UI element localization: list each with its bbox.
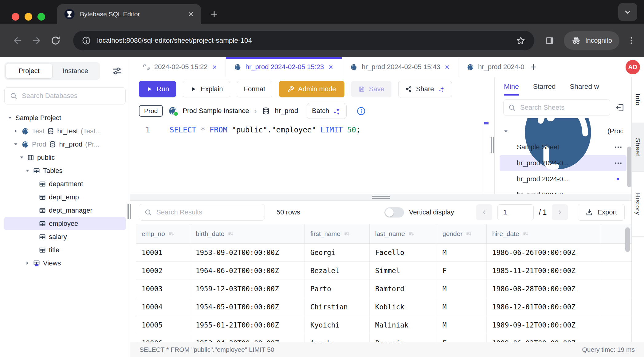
format-button[interactable]: Format [237,81,273,97]
browser-menu-icon[interactable] [627,36,636,45]
sheet-item[interactable]: (Prod) hr_prod [500,123,626,139]
table-scrollbar-thumb[interactable] [625,227,630,252]
sidebar-tab-project[interactable]: Project [6,64,52,78]
sheet-search-input[interactable] [520,103,606,112]
results-search-input[interactable] [156,208,260,217]
table-row[interactable]: 100031959-12-03T00:00:00ZPartoBamfordM19… [136,280,631,298]
reload-icon[interactable] [50,35,61,46]
database-name[interactable]: hr_prod [275,107,298,115]
table-row[interactable]: 100011953-09-02T00:00:00ZGeorgiFacelloM1… [136,244,631,262]
address-bar[interactable]: localhost:8080/sql-editor/sheet/project-… [73,31,534,50]
tree-item[interactable]: employee [4,217,126,230]
batch-button[interactable]: Batch [307,103,346,119]
environment-chip[interactable]: Prod [139,105,163,117]
side-tab-history[interactable]: History [632,172,644,237]
sheet-item-label: hr_prod 2024-0... [517,175,612,183]
executed-query-text: SELECT * FROM "public"."employee" LIMIT … [139,346,274,353]
site-info-icon[interactable] [82,36,91,45]
table-row[interactable]: 100061953-04-20T00:00:00ZAnnekePreusigF1… [136,334,631,342]
results-search[interactable] [139,204,265,221]
sheet-panel-resize-handle[interactable] [491,137,494,153]
sidebar-tab-instance[interactable]: Instance [52,64,99,78]
close-tab-icon[interactable] [328,64,334,70]
column-header[interactable]: last_name [370,224,437,243]
sidebar-tab-switch: ProjectInstance [4,62,100,80]
tree-item[interactable]: dept_emp [4,190,126,204]
new-browser-tab-button[interactable] [210,10,219,19]
ai-sparkles-icon[interactable] [438,86,445,92]
run-button[interactable]: Run [139,81,176,97]
results-resize-handle[interactable] [372,196,390,199]
save-button[interactable]: Save [351,81,391,97]
sheet-tab-mine[interactable]: Mine [504,79,519,96]
column-header[interactable]: emp_no [136,224,190,243]
table-row[interactable]: 100021964-06-02T00:00:00ZBezalelSimmelF1… [136,262,631,280]
close-tab-icon[interactable] [187,11,194,18]
tree-item[interactable]: title [4,243,126,257]
side-panel-icon[interactable] [545,36,555,45]
sql-editor[interactable]: 1 SELECT * FROM "public"."employee" LIMI… [130,121,489,194]
sheet-search[interactable] [503,99,610,116]
table-cell-filler [600,316,631,334]
instance-name[interactable]: Prod Sample Instance [183,107,249,115]
tree-item[interactable]: department [4,177,126,190]
sheet-scrollbar-thumb[interactable] [627,147,631,187]
editor-tab[interactable]: hr_prod 2024-0 [458,57,524,77]
explain-button[interactable]: Explain [183,81,230,97]
column-header[interactable]: gender [437,224,487,243]
column-header[interactable]: first_name [305,224,370,243]
tree-item[interactable]: public [4,151,126,164]
page-number-input[interactable] [497,204,534,220]
back-icon[interactable] [12,35,23,46]
admin-mode-button[interactable]: Admin mode [279,81,344,97]
tree-item[interactable]: Sample Project [4,111,126,124]
table-row[interactable]: 100041954-05-01T00:00:00ZChirstianKoblic… [136,298,631,316]
tree-item[interactable]: salary [4,230,126,243]
close-window-button[interactable] [12,13,19,21]
sheet-tab-shared-w[interactable]: Shared w [570,79,599,96]
editor-tab[interactable]: hr_prod 2024-02-05 15:23 [226,57,342,77]
close-tab-icon[interactable] [444,64,450,70]
table-row[interactable]: 100051955-01-21T00:00:00ZKyoichiMaliniak… [136,316,631,334]
tree-item[interactable]: Prodhr_prod(Pr... [4,138,126,151]
minimize-window-button[interactable] [25,13,32,21]
editor-scrollbar[interactable] [483,120,489,194]
tree-item[interactable]: dept_manager [4,204,126,217]
next-page-button[interactable] [552,204,568,220]
sheet-item-menu-icon[interactable] [614,143,623,152]
filter-settings-icon[interactable] [112,65,123,76]
tree-item-label: title [49,246,59,254]
tab-search-button[interactable] [618,3,637,21]
share-button[interactable]: Share [398,81,452,97]
avatar[interactable]: AD [626,60,640,74]
maximize-window-button[interactable] [37,13,45,21]
close-tab-icon[interactable] [212,64,218,70]
tree-item[interactable]: Tables [4,164,126,177]
side-tab-sheet[interactable]: Sheet [632,123,644,172]
bookmark-star-icon[interactable] [516,36,526,45]
editor-tab[interactable]: hr_prod 2024-02-05 15:43 [342,57,458,77]
sheet-item-menu-icon[interactable] [614,159,623,168]
prev-page-button[interactable] [476,204,492,220]
column-header[interactable]: hire_date [487,224,600,243]
forward-icon[interactable] [31,35,42,46]
column-header[interactable]: birth_date [190,224,305,243]
editor-tab[interactable]: 2024-02-05 15:22 [135,57,226,77]
right-tab-strip: InfoSheetHistory [631,77,644,342]
side-tab-info[interactable]: Info [632,77,644,123]
sidebar-resize-handle[interactable] [128,204,131,219]
tree-item[interactable]: Testhr_test(Test... [4,124,126,138]
export-button[interactable]: Export [578,204,625,221]
vertical-display-toggle[interactable] [384,207,404,218]
tree-item-label: Test [32,127,44,135]
sheet-item[interactable]: hr_prod 2024-0... [500,187,626,194]
sheet-tab-starred[interactable]: Starred [533,79,556,96]
database-search-input[interactable] [21,92,120,100]
info-icon[interactable] [356,106,366,116]
tree-item[interactable]: Views [4,257,126,270]
collapse-panel-icon[interactable] [615,103,625,112]
browser-tab[interactable]: Bytebase SQL Editor [57,4,201,24]
download-icon [585,208,593,216]
database-search[interactable] [4,87,126,104]
new-sheet-tab-button[interactable] [524,57,543,77]
